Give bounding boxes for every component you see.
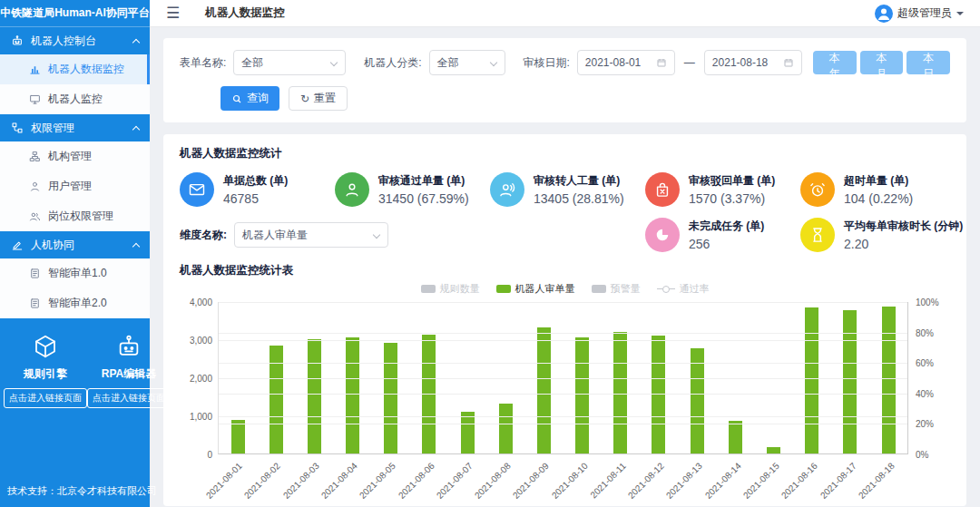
search-button[interactable]: 查询 xyxy=(220,86,279,111)
chevron-down-icon xyxy=(489,59,496,66)
date-end-input[interactable]: 2021-08-18 xyxy=(704,50,802,75)
stat-label: 审核转人工量 (单) xyxy=(534,173,624,189)
sidebar-group-label: 权限管理 xyxy=(31,121,74,136)
stat-card-1: 审核通过单量 (单)31450 (67.59%) xyxy=(335,172,485,207)
y-tick-label: 0 xyxy=(207,450,212,460)
form-name-select[interactable]: 全部 xyxy=(233,50,346,75)
bar-2021-08-18 xyxy=(882,307,896,453)
sidebar-item-2-1[interactable]: 智能审单2.0 xyxy=(0,288,150,318)
dimension-select[interactable]: 机器人审单量 xyxy=(234,222,388,248)
chevron-down-icon xyxy=(373,231,380,239)
chevron-down-icon xyxy=(330,59,338,66)
y-tick-label: 1,000 xyxy=(190,412,212,422)
y2-tick-label: 40% xyxy=(916,389,934,399)
gridline xyxy=(219,333,907,334)
bar-2021-08-17 xyxy=(843,310,857,453)
sidebar-item-label: 机构管理 xyxy=(48,149,92,164)
bar-2021-08-04 xyxy=(346,337,359,453)
stat-label: 未完成任务 (单) xyxy=(689,219,764,234)
sidebar-item-0-0[interactable]: 机器人数据监控 xyxy=(0,54,150,84)
form-name-value: 全部 xyxy=(241,55,263,71)
date-end-value: 2021-08-18 xyxy=(712,56,768,69)
sidebar-group-label: 人机协同 xyxy=(31,238,74,253)
sidebar-item-label: 机器人监控 xyxy=(48,92,103,107)
x-tick-label: 2021-08-02 xyxy=(242,461,282,501)
form-name-label: 表单名称: xyxy=(180,55,226,71)
robot-category-select[interactable]: 全部 xyxy=(429,50,505,75)
stat-value: 104 (0.22%) xyxy=(844,191,913,206)
legend-item-1[interactable]: 机器人审单量 xyxy=(496,282,575,296)
legend-swatch-icon xyxy=(496,285,511,293)
sidebar-item-1-0[interactable]: 机构管理 xyxy=(0,141,150,171)
chart-legend: 规则数量机器人审单量预警量通过率 xyxy=(180,280,950,297)
stat-value: 13405 (28.81%) xyxy=(534,191,624,206)
widget-label: 规则引擎 xyxy=(24,366,67,382)
legend-item-3[interactable]: 通过率 xyxy=(657,282,710,296)
bar-2021-08-12 xyxy=(652,336,665,453)
bar-2021-08-05 xyxy=(384,343,397,453)
chevron-down-icon xyxy=(956,12,964,19)
user-icon xyxy=(29,180,41,192)
stat-value: 1570 (3.37%) xyxy=(689,191,775,206)
sidebar-item-0-1[interactable]: 机器人监控 xyxy=(0,84,150,114)
sidebar-widgets: 规则引擎点击进入链接页面RPA编辑器点击进入链接页面 xyxy=(0,333,150,408)
x-tick-label: 2021-08-13 xyxy=(664,461,704,501)
x-tick-label: 2021-08-08 xyxy=(473,461,513,501)
stat-label: 审核通过单量 (单) xyxy=(378,173,469,189)
legend-item-0[interactable]: 规则数量 xyxy=(421,282,480,296)
sidebar-item-label: 机器人数据监控 xyxy=(48,62,124,77)
stat-value: 46785 xyxy=(223,191,288,206)
x-tick-label: 2021-08-10 xyxy=(549,461,589,501)
widget-link-button[interactable]: 点击进入链接页面 xyxy=(4,388,87,408)
quick-range-buttons: 本年本月本日 xyxy=(809,51,950,74)
x-tick-label: 2021-08-16 xyxy=(779,461,819,501)
stat-value: 256 xyxy=(689,237,764,251)
reset-button[interactable]: ↻ 重置 xyxy=(289,86,348,111)
support-text: 技术支持：北京令才科技有限公司 xyxy=(0,475,150,507)
filter-card: 表单名称: 全部 机器人分类: 全部 审核日期: 2021-08-01 — 20 xyxy=(163,38,966,122)
app-title: 中铁隧道局Human-AI协同平台 xyxy=(0,0,150,27)
robot-category-value: 全部 xyxy=(437,55,459,71)
x-tick-label: 2021-08-15 xyxy=(741,461,781,501)
sidebar-group-1[interactable]: 权限管理 xyxy=(0,114,150,141)
sidebar-item-label: 智能审单1.0 xyxy=(48,266,107,281)
gridline xyxy=(219,378,907,379)
x-axis-labels: 2021-08-012021-08-022021-08-032021-08-04… xyxy=(218,454,908,494)
stat-label: 审核驳回单量 (单) xyxy=(689,173,775,189)
legend-item-2[interactable]: 预警量 xyxy=(592,282,641,296)
bar-2021-08-07 xyxy=(461,412,475,453)
bar-2021-08-03 xyxy=(308,339,321,453)
stats-section-title: 机器人数据监控统计 xyxy=(180,146,950,161)
menu-toggle-icon[interactable]: ☰ xyxy=(166,5,180,21)
quick-range-button-1[interactable]: 本月 xyxy=(860,51,904,74)
date-start-input[interactable]: 2021-08-01 xyxy=(577,50,675,75)
stat-card-6: 平均每单审核时长 (分钟)2.20 xyxy=(800,218,950,252)
sidebar-group-0[interactable]: 机器人控制台 xyxy=(0,27,150,54)
sidebar-footer: 规则引擎点击进入链接页面RPA编辑器点击进入链接页面 技术支持：北京令才科技有限… xyxy=(0,318,150,507)
stat-card-4: 超时单量 (单)104 (0.22%) xyxy=(800,172,950,207)
robot-icon xyxy=(115,333,142,360)
sidebar-item-2-0[interactable]: 智能审单1.0 xyxy=(0,258,150,288)
x-tick-label: 2021-08-17 xyxy=(818,461,858,501)
user-name: 超级管理员 xyxy=(897,5,952,21)
edit-icon xyxy=(11,239,24,251)
quick-range-button-2[interactable]: 本日 xyxy=(906,51,950,74)
sidebar-item-label: 智能审单2.0 xyxy=(48,296,107,311)
robot-icon xyxy=(11,34,24,47)
date-start-value: 2021-08-01 xyxy=(585,56,641,69)
bar-2021-08-14 xyxy=(729,421,742,453)
sidebar-item-1-2[interactable]: 岗位权限管理 xyxy=(0,201,150,231)
user-menu[interactable]: 超级管理员 xyxy=(875,5,964,23)
x-tick-label: 2021-08-18 xyxy=(857,461,897,501)
bar-2021-08-13 xyxy=(691,348,704,453)
gridline xyxy=(219,394,907,395)
quick-range-button-0[interactable]: 本年 xyxy=(813,51,857,74)
sidebar-item-label: 用户管理 xyxy=(48,179,92,194)
sidebar-item-1-1[interactable]: 用户管理 xyxy=(0,171,150,201)
sidebar-item-label: 岗位权限管理 xyxy=(48,209,113,224)
alarm-icon xyxy=(800,172,835,207)
sidebar-group-2[interactable]: 人机协同 xyxy=(0,231,150,258)
y2-tick-label: 0% xyxy=(916,450,928,460)
widget-label: RPA编辑器 xyxy=(102,366,156,382)
dimension-label: 维度名称: xyxy=(180,228,227,243)
